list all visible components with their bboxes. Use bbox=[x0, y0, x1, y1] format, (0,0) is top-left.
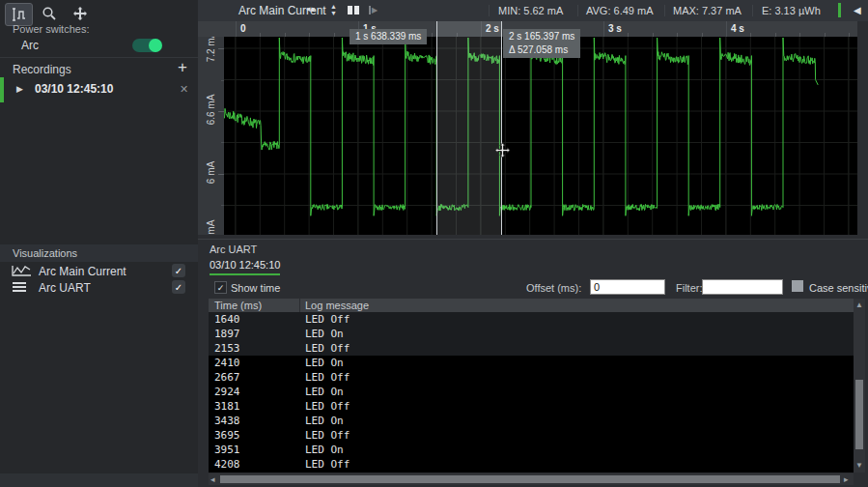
log-time-cell: 2153 bbox=[214, 342, 240, 355]
fit-vertical-icon: ▲ bbox=[330, 3, 337, 10]
add-recording-button[interactable]: + bbox=[178, 58, 187, 77]
offset-label: Offset (ms): bbox=[526, 282, 581, 294]
table-row[interactable]: 1897LED On bbox=[209, 327, 854, 341]
offset-input[interactable] bbox=[590, 279, 665, 295]
x-tick-label: 0 bbox=[240, 23, 246, 34]
sidebar-item-arc-main-current[interactable]: Arc Main Current ✓ bbox=[0, 263, 198, 279]
sidebar: Power switches: Arc Recordings + ▶ 03/10… bbox=[0, 0, 198, 487]
column-header-message[interactable]: Log message bbox=[305, 300, 369, 311]
uart-recording-tab[interactable]: 03/10 12:45:10 bbox=[210, 259, 280, 271]
recordings-header: Recordings bbox=[13, 63, 71, 76]
log-message-cell: LED Off bbox=[305, 371, 350, 384]
column-divider[interactable] bbox=[299, 299, 300, 312]
fit-horizontal-button[interactable]: ◂▸ bbox=[306, 4, 317, 14]
fit-vertical-button[interactable]: ▲ ▼ bbox=[330, 3, 337, 16]
scroll-down-icon[interactable]: ▼ bbox=[855, 461, 863, 470]
y-tick-label: 6 mA bbox=[206, 154, 216, 192]
vertical-scroll-thumb[interactable] bbox=[855, 380, 863, 449]
viz-item-label: Arc UART bbox=[39, 281, 91, 295]
filter-label: Filter: bbox=[676, 282, 703, 294]
step-play-icon bbox=[369, 6, 371, 14]
table-row[interactable]: 4208LED Off bbox=[209, 457, 854, 472]
table-row[interactable]: 3181LED Off bbox=[209, 399, 854, 414]
table-row[interactable]: 3695LED Off bbox=[209, 428, 854, 443]
measure-cursor-2[interactable] bbox=[501, 21, 502, 235]
scroll-right-icon[interactable]: ▸ bbox=[844, 474, 849, 484]
arc-power-toggle[interactable] bbox=[132, 39, 161, 52]
sidebar-item-arc-uart[interactable]: Arc UART ✓ bbox=[0, 279, 198, 296]
case-sensitive-checkbox[interactable] bbox=[792, 280, 803, 292]
viz-checkbox-arc-main-current[interactable]: ✓ bbox=[172, 264, 185, 277]
viz-checkbox-arc-uart[interactable]: ✓ bbox=[172, 280, 185, 294]
stat-avg: AVG: 6.49 mA bbox=[586, 5, 654, 16]
y-tick-label: 6.6 mA bbox=[206, 91, 216, 129]
show-time-label[interactable]: Show time bbox=[231, 282, 280, 294]
table-row[interactable]: 1640LED Off bbox=[209, 312, 854, 327]
close-icon[interactable]: ✕ bbox=[180, 83, 188, 96]
step-play-button[interactable]: ▶ bbox=[369, 6, 378, 14]
log-message-cell: LED Off bbox=[305, 458, 350, 471]
toggle-knob bbox=[149, 39, 162, 52]
log-time-cell: 2667 bbox=[214, 371, 240, 384]
log-table-body: 1640LED Off1897LED On2153LED Off2410LED … bbox=[209, 312, 854, 473]
stat-min: MIN: 5.62 mA bbox=[498, 5, 563, 16]
log-time-cell: 1640 bbox=[214, 313, 240, 326]
stat-max: MAX: 7.37 mA bbox=[673, 5, 742, 16]
filter-input[interactable] bbox=[702, 279, 783, 295]
y-axis[interactable]: 7.2 mA6.6 mA6 mA5.4 mA bbox=[198, 37, 224, 235]
cursor-selection-band[interactable] bbox=[437, 21, 501, 235]
chart-header: Arc Main Current ◂▸ ▲ ▼ ▶ MIN: 5.62 mA A… bbox=[198, 0, 868, 21]
check-icon: ✓ bbox=[217, 283, 225, 293]
recording-active-bar bbox=[0, 77, 4, 102]
split-view-icon bbox=[348, 6, 352, 14]
y-tick-label: 7.2 mA bbox=[206, 37, 216, 67]
recording-indicator-bar bbox=[838, 3, 841, 17]
log-time-cell: 1897 bbox=[214, 328, 240, 340]
x-major-tick bbox=[236, 21, 237, 37]
log-message-cell: LED On bbox=[305, 415, 344, 427]
log-time-cell: 2410 bbox=[214, 357, 240, 369]
move-mouse-cursor bbox=[494, 142, 511, 158]
horizontal-scroll-thumb[interactable] bbox=[220, 475, 840, 483]
horizontal-scrollbar[interactable]: ◂ ▸ bbox=[209, 473, 854, 485]
check-icon: ✓ bbox=[175, 266, 182, 276]
power-switches-label: Power switches: bbox=[13, 23, 89, 35]
sidebar-bottom-strip bbox=[0, 473, 198, 487]
cursor1-tooltip: 1 s 638.339 ms bbox=[350, 29, 427, 44]
scroll-up-icon[interactable]: ▲ bbox=[855, 301, 863, 309]
recording-item[interactable]: ▶ 03/10 12:45:10 ✕ bbox=[0, 77, 198, 102]
active-tab-underline bbox=[210, 273, 280, 275]
table-row[interactable]: 2924LED On bbox=[209, 385, 854, 399]
log-time-cell: 3181 bbox=[214, 400, 240, 413]
current-waveform bbox=[224, 37, 857, 235]
log-message-cell: LED On bbox=[305, 328, 344, 340]
table-row[interactable]: 2667LED Off bbox=[209, 370, 854, 385]
pan-tool-button[interactable] bbox=[67, 3, 93, 24]
show-time-checkbox[interactable]: ✓ bbox=[214, 281, 227, 294]
log-message-cell: LED On bbox=[305, 357, 344, 369]
x-major-tick bbox=[726, 21, 727, 37]
table-row[interactable]: 2153LED Off bbox=[209, 341, 854, 356]
log-time-cell: 4208 bbox=[214, 458, 240, 471]
cursor-measure-icon bbox=[11, 7, 28, 22]
collapse-panel-icon[interactable]: ◀ bbox=[854, 5, 861, 15]
stat-energy: E: 3.13 µWh bbox=[762, 5, 821, 16]
scroll-left-icon[interactable]: ◂ bbox=[210, 474, 215, 484]
split-view-button[interactable] bbox=[348, 6, 359, 14]
vertical-scrollbar[interactable]: ▲ ▼ bbox=[854, 299, 865, 473]
column-header-time[interactable]: Time (ms) bbox=[214, 300, 262, 311]
expand-play-icon[interactable]: ▶ bbox=[16, 84, 23, 94]
chart-plot-area[interactable] bbox=[224, 37, 857, 235]
power-switch-arc-label: Arc bbox=[21, 39, 39, 52]
app-window: Power switches: Arc Recordings + ▶ 03/10… bbox=[0, 0, 868, 487]
x-major-tick bbox=[603, 21, 604, 37]
measure-cursor-1[interactable] bbox=[436, 21, 437, 235]
zoom-tool-button[interactable] bbox=[36, 3, 62, 24]
cursor-delta: Δ 527.058 ms bbox=[509, 43, 574, 57]
table-row[interactable]: 2410LED On bbox=[209, 356, 854, 370]
log-time-cell: 3695 bbox=[214, 429, 240, 442]
visualizations-header: Visualizations bbox=[13, 247, 77, 259]
log-time-cell: 2924 bbox=[214, 386, 240, 398]
table-row[interactable]: 3951LED On bbox=[209, 443, 854, 457]
table-row[interactable]: 3438LED On bbox=[209, 414, 854, 428]
